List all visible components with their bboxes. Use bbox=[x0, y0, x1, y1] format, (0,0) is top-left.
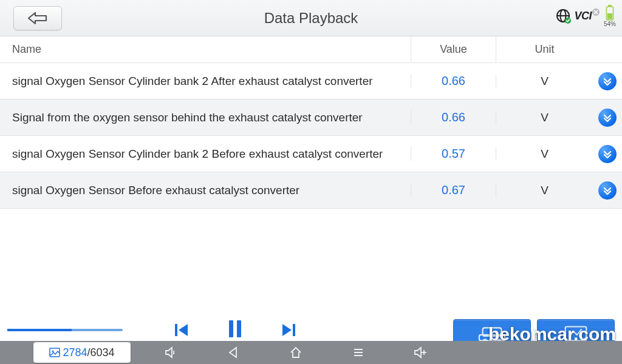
row-unit: V bbox=[496, 184, 593, 197]
row-value: 0.66 bbox=[411, 110, 496, 124]
back-icon bbox=[27, 12, 49, 25]
table-row: Signal from the oxygen sensor behind the… bbox=[0, 99, 622, 136]
vci-warning-icon bbox=[592, 8, 600, 16]
expand-button[interactable] bbox=[598, 72, 617, 90]
svg-rect-19 bbox=[50, 348, 60, 357]
svg-rect-11 bbox=[229, 320, 233, 337]
battery-percent: 54% bbox=[604, 21, 616, 27]
row-name: signal Oxygen Sensor Before exhaust cata… bbox=[0, 183, 411, 198]
battery-icon bbox=[606, 5, 614, 21]
back-button[interactable] bbox=[13, 6, 62, 30]
col-header-name: Name bbox=[0, 43, 411, 56]
pause-button[interactable] bbox=[227, 319, 244, 341]
menu-icon bbox=[352, 346, 365, 359]
page-title: Data Playback bbox=[0, 10, 622, 27]
row-action bbox=[593, 109, 622, 127]
nav-volume-up[interactable] bbox=[389, 345, 452, 360]
row-action bbox=[593, 181, 622, 200]
volume-down-icon bbox=[163, 345, 178, 360]
nav-recent[interactable] bbox=[327, 346, 389, 359]
row-action bbox=[593, 145, 622, 163]
system-nav: 2784 / 6034 bbox=[0, 341, 622, 364]
chevron-down-icon bbox=[603, 149, 612, 159]
svg-rect-13 bbox=[293, 324, 295, 336]
nav-back[interactable] bbox=[202, 346, 265, 359]
prev-button[interactable] bbox=[173, 322, 190, 341]
data-rows: signal Oxygen Sensor Cylinder bank 2 Aft… bbox=[0, 63, 622, 209]
row-unit: V bbox=[496, 147, 593, 161]
row-unit: V bbox=[496, 111, 593, 124]
skip-forward-icon bbox=[280, 322, 297, 339]
chevron-down-icon bbox=[603, 113, 612, 123]
progress-bar[interactable] bbox=[7, 329, 123, 331]
nav-home[interactable] bbox=[265, 345, 327, 360]
row-name: signal Oxygen Sensor Cylinder bank 2 Bef… bbox=[0, 146, 411, 162]
row-name: signal Oxygen Sensor Cylinder bank 2 Aft… bbox=[0, 73, 411, 89]
progress-fill bbox=[7, 329, 72, 331]
row-action bbox=[593, 72, 622, 90]
frame-current: 2784 bbox=[63, 346, 87, 359]
pause-icon bbox=[227, 319, 244, 339]
table-row: signal Oxygen Sensor Cylinder bank 2 Aft… bbox=[0, 63, 622, 99]
home-icon bbox=[289, 345, 303, 360]
next-button[interactable] bbox=[280, 322, 297, 341]
row-value: 0.67 bbox=[411, 183, 496, 197]
battery-indicator: 54% bbox=[604, 5, 616, 27]
table-header: Name Value Unit bbox=[0, 36, 622, 63]
col-header-value: Value bbox=[411, 36, 496, 62]
frame-total: 6034 bbox=[91, 346, 115, 359]
image-icon bbox=[49, 348, 60, 357]
chevron-down-icon bbox=[603, 186, 612, 195]
expand-button[interactable] bbox=[598, 145, 617, 163]
nav-back-icon bbox=[227, 346, 240, 359]
col-header-unit: Unit bbox=[496, 36, 593, 62]
table-row: signal Oxygen Sensor Cylinder bank 2 Bef… bbox=[0, 136, 622, 172]
svg-rect-9 bbox=[607, 13, 612, 19]
chevron-down-icon bbox=[603, 76, 612, 86]
svg-rect-12 bbox=[237, 320, 241, 337]
frame-counter[interactable]: 2784 / 6034 bbox=[33, 342, 131, 363]
expand-button[interactable] bbox=[598, 181, 617, 200]
status-area: VCI 54% bbox=[556, 5, 616, 27]
volume-up-icon bbox=[413, 345, 429, 360]
expand-button[interactable] bbox=[598, 109, 617, 127]
nav-volume-down[interactable] bbox=[140, 345, 202, 360]
vci-label: VCI bbox=[574, 10, 592, 22]
svg-rect-10 bbox=[175, 324, 177, 336]
skip-back-icon bbox=[173, 322, 190, 339]
row-value: 0.66 bbox=[411, 74, 496, 88]
row-value: 0.57 bbox=[411, 147, 496, 161]
app-header: Data Playback VCI 54% bbox=[0, 0, 622, 36]
row-name: Signal from the oxygen sensor behind the… bbox=[0, 110, 411, 126]
row-unit: V bbox=[496, 75, 593, 88]
globe-icon bbox=[556, 8, 572, 24]
table-row: signal Oxygen Sensor Before exhaust cata… bbox=[0, 172, 622, 209]
